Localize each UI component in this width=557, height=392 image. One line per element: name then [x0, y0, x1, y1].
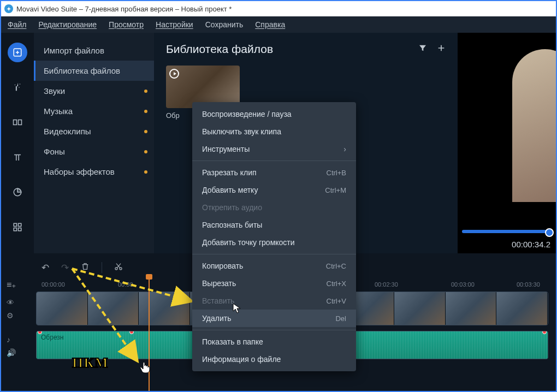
ctx-split[interactable]: Разрезать клипCtrl+B — [192, 164, 356, 181]
ctx-paste: ВставитьCtrl+V — [192, 292, 356, 310]
add-icon[interactable] — [437, 44, 446, 55]
app-logo-icon: ✦ — [4, 4, 13, 13]
play-overlay-icon[interactable] — [169, 69, 179, 79]
ctx-cut[interactable]: ВырезатьCtrl+X — [192, 275, 356, 292]
svg-rect-4 — [14, 120, 17, 125]
track-visibility-icon[interactable]: 👁 — [7, 298, 14, 307]
track-mute-icon[interactable]: 🔊 — [7, 348, 16, 357]
ctx-show-folder[interactable]: Показать в папке — [192, 333, 356, 351]
svg-point-1 — [15, 85, 16, 86]
preview-seek-slider[interactable] — [462, 230, 552, 233]
audio-clip-label: Обрезн — [41, 334, 63, 341]
ruler-tick: 00:02:30 — [375, 281, 398, 288]
ruler-tick: 00:30 — [118, 281, 133, 288]
cursor-hand-icon — [140, 361, 151, 375]
ctx-tools[interactable]: Инструменты› — [192, 140, 356, 158]
tool-import-icon[interactable] — [8, 43, 27, 62]
context-menu: Воспроизведение / пауза Выключить звук к… — [192, 102, 356, 371]
filter-icon[interactable] — [418, 44, 427, 55]
cursor-pointer-icon — [233, 303, 241, 316]
svg-rect-10 — [19, 228, 21, 231]
preview-frame — [512, 49, 556, 202]
tool-strip — [1, 33, 34, 253]
ctx-beats[interactable]: Распознать биты — [192, 216, 356, 234]
ctx-delete[interactable]: УдалитьDel — [192, 310, 356, 327]
ctx-file-info[interactable]: Информация о файле — [192, 351, 356, 368]
menu-file[interactable]: Файл — [8, 20, 26, 29]
svg-point-3 — [19, 87, 20, 88]
sidebar-item-library[interactable]: Библиотека файлов — [34, 61, 154, 81]
sidebar-item-backgrounds[interactable]: Фоны — [34, 141, 154, 162]
track-settings-icon[interactable]: ⚙ — [7, 311, 14, 320]
side-panel: Импорт файлов Библиотека файлов Звуки Му… — [34, 33, 154, 253]
svg-rect-5 — [19, 120, 22, 125]
undo-icon[interactable]: ↶ — [42, 262, 49, 274]
sidebar-item-import[interactable]: Импорт файлов — [34, 40, 154, 61]
ctx-mute-clip[interactable]: Выключить звук клипа — [192, 123, 356, 140]
svg-rect-9 — [14, 228, 16, 231]
menubar: Файл Редактирование Просмотр Настройки С… — [1, 16, 556, 33]
track-link-icon[interactable]: ♪ — [7, 335, 16, 344]
delete-icon[interactable] — [81, 262, 90, 274]
menu-settings[interactable]: Настройки — [156, 20, 193, 29]
chevron-right-icon: › — [343, 145, 346, 153]
titlebar: ✦ Movavi Video Suite – 7-дневная пробная… — [1, 1, 556, 16]
add-track-icon[interactable]: ≡₊ — [7, 280, 16, 290]
tool-titles-icon[interactable] — [8, 147, 27, 167]
ctx-marker[interactable]: Добавить меткуCtrl+M — [192, 181, 356, 199]
svg-rect-8 — [19, 223, 21, 226]
ctx-volume-point[interactable]: Добавить точку громкости — [192, 234, 356, 251]
redo-icon[interactable]: ↷ — [61, 262, 69, 274]
sidebar-item-music[interactable]: Музыка — [34, 101, 154, 121]
ruler-tick: 00:03:00 — [451, 281, 475, 288]
annotation-label: ПКМ — [72, 355, 109, 371]
tool-stickers-icon[interactable] — [8, 182, 27, 202]
tool-filters-icon[interactable] — [8, 78, 27, 97]
window-title: Movavi Video Suite – 7-дневная пробная в… — [16, 5, 232, 13]
tool-transitions-icon[interactable] — [8, 112, 27, 132]
menu-edit[interactable]: Редактирование — [38, 20, 97, 29]
menu-save[interactable]: Сохранить — [205, 20, 244, 29]
ctx-play-pause[interactable]: Воспроизведение / пауза — [192, 105, 356, 123]
sidebar-item-sounds[interactable]: Звуки — [34, 81, 154, 101]
ruler-tick: 00:03:30 — [517, 281, 540, 288]
library-title: Библиотека файлов — [166, 43, 273, 56]
preview-panel: 00:00:34.2 — [458, 33, 556, 253]
preview-timestamp: 00:00:34.2 — [512, 240, 550, 249]
menu-help[interactable]: Справка — [255, 20, 285, 29]
sidebar-item-effects[interactable]: Наборы эффектов — [34, 162, 154, 182]
ctx-copy[interactable]: КопироватьCtrl+C — [192, 257, 356, 275]
svg-rect-7 — [14, 223, 16, 226]
menu-view[interactable]: Просмотр — [109, 20, 144, 29]
tool-more-icon[interactable] — [8, 217, 27, 237]
ruler-tick: 00:00:00 — [42, 281, 65, 288]
ctx-detach-audio: Открепить аудио — [192, 199, 356, 216]
sidebar-item-videoclips[interactable]: Видеоклипы — [34, 121, 154, 141]
svg-point-2 — [20, 84, 21, 85]
cut-icon[interactable] — [114, 262, 123, 274]
